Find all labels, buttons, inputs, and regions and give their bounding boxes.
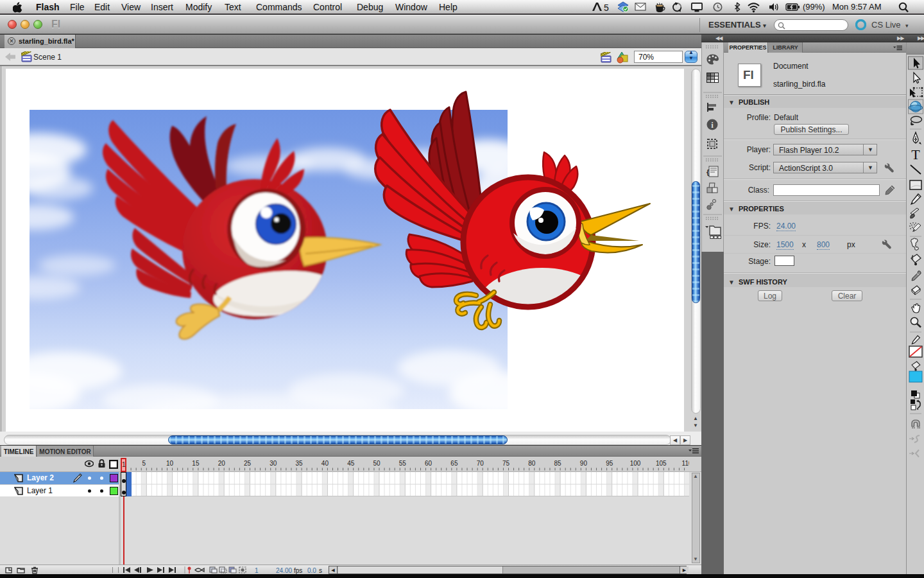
svg-text:45: 45: [347, 460, 355, 467]
svg-text:55: 55: [399, 460, 407, 467]
svg-text:{: {: [706, 168, 710, 176]
svg-text:T: T: [911, 146, 920, 162]
svg-text:110: 110: [682, 460, 689, 467]
svg-text:20: 20: [218, 460, 226, 467]
svg-text:40: 40: [321, 460, 329, 467]
svg-text:70: 70: [477, 460, 484, 467]
svg-text:65: 65: [450, 460, 458, 467]
svg-text:95: 95: [606, 460, 613, 467]
svg-text:105: 105: [656, 460, 667, 467]
svg-text:10: 10: [166, 460, 174, 467]
svg-text:15: 15: [192, 460, 200, 467]
svg-text:75: 75: [502, 460, 510, 467]
svg-text:5: 5: [604, 3, 609, 13]
svg-text:90: 90: [580, 460, 588, 467]
svg-text:50: 50: [373, 460, 381, 467]
svg-text:5: 5: [142, 460, 146, 467]
svg-text:i: i: [711, 120, 714, 130]
svg-text:30: 30: [270, 460, 277, 467]
svg-text:25: 25: [244, 460, 252, 467]
svg-text:85: 85: [554, 460, 562, 467]
svg-text:80: 80: [528, 460, 536, 467]
svg-text:60: 60: [425, 460, 432, 467]
svg-text:100: 100: [630, 460, 641, 467]
svg-text:35: 35: [296, 460, 304, 467]
